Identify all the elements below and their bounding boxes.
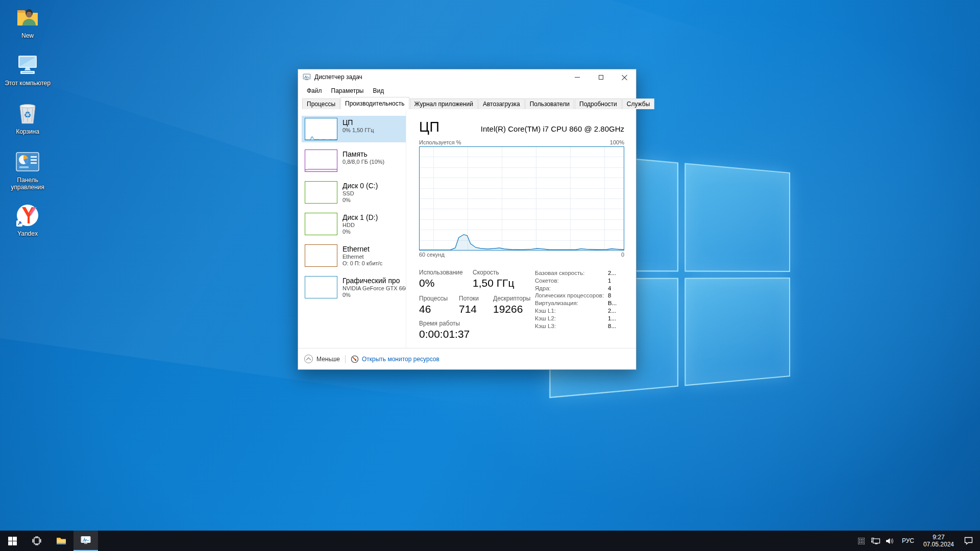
l1-cache-value: 2... <box>608 307 624 315</box>
clock-date: 07.05.2024 <box>923 541 954 548</box>
taskbar-empty-area <box>98 531 854 551</box>
tab-services[interactable]: Службы <box>622 98 654 109</box>
start-button[interactable] <box>0 531 24 551</box>
fewer-details-label: Меньше <box>316 356 340 363</box>
sockets-label: Сокетов: <box>535 277 608 285</box>
tab-details[interactable]: Подробности <box>575 98 622 109</box>
chart-timespan-label: 60 секунд <box>419 252 445 258</box>
desktop-icon-yandex[interactable]: Yandex <box>4 202 51 237</box>
menu-file[interactable]: Файл <box>302 86 327 96</box>
usage-label: Использование <box>419 269 473 277</box>
sidebar-item-ethernet[interactable]: Ethernet Ethernet О: 0 П: 0 кбит/с <box>302 242 406 269</box>
sidebar-item-title: Память <box>342 149 384 159</box>
tab-users[interactable]: Пользователи <box>525 98 574 109</box>
file-explorer-icon <box>56 537 66 545</box>
ethernet-mini-chart <box>305 244 337 267</box>
chart-usage-label: Используется % <box>419 139 461 145</box>
speed-label: Скорость <box>473 269 499 277</box>
base-speed-value: 2... <box>608 269 624 277</box>
window-titlebar[interactable]: Диспетчер задач <box>298 69 636 85</box>
sidebar-item-title: ЦП <box>342 118 374 127</box>
cores-label: Ядра: <box>535 285 608 292</box>
chart-max-label: 100% <box>610 139 624 145</box>
ethernet-network-icon <box>871 537 880 545</box>
desktop-icon-new-folder[interactable]: New <box>4 4 51 39</box>
sidebar-item-title: Диск 0 (C:) <box>342 181 378 190</box>
file-explorer-button[interactable] <box>49 531 74 551</box>
tab-performance[interactable]: Производительность <box>340 97 409 109</box>
language-indicator[interactable]: РУС <box>897 537 919 544</box>
disk0-mini-chart <box>305 181 337 204</box>
minimize-button[interactable] <box>566 69 589 85</box>
task-view-button[interactable] <box>24 531 49 551</box>
tab-processes[interactable]: Процессы <box>302 98 340 109</box>
l2-cache-label: Кэш L2: <box>535 315 608 322</box>
sidebar-item-sub: 0% <box>342 229 378 235</box>
task-manager-taskbar-button[interactable] <box>74 531 98 551</box>
recycle-bin-icon: ♻ <box>14 100 41 127</box>
l2-cache-value: 1... <box>608 315 624 322</box>
resource-monitor-icon <box>351 355 359 363</box>
menu-options[interactable]: Параметры <box>327 86 369 96</box>
task-manager-window: Диспетчер задач Файл Параметры Вид Проце… <box>298 69 636 370</box>
desktop-icons: New Этот компьютер <box>4 4 51 244</box>
processes-label: Процессы <box>419 295 459 303</box>
task-manager-app-icon <box>303 73 311 81</box>
windows-start-icon <box>8 537 17 545</box>
window-footer: Меньше Открыть монитор ресурсов <box>298 348 636 369</box>
sidebar-item-cpu[interactable]: ЦП 0% 1,50 ГГц <box>302 116 406 142</box>
cpu-usage-chart <box>419 146 624 251</box>
tab-app-history[interactable]: Журнал приложений <box>410 98 478 109</box>
sidebar-item-sub: 0% <box>342 292 406 298</box>
menu-bar: Файл Параметры Вид <box>298 85 636 97</box>
tab-strip: Процессы Производительность Журнал прило… <box>298 97 636 109</box>
cpu-stats-left: Использование Скорость 0% 1,50 ГГц Проце… <box>419 269 535 341</box>
desktop-icon-this-pc[interactable]: Этот компьютер <box>4 52 51 87</box>
close-button[interactable] <box>612 69 636 85</box>
threads-value: 714 <box>459 303 493 316</box>
action-center-button[interactable] <box>959 531 978 551</box>
desktop-icon-control-panel[interactable]: Панель управления <box>4 148 51 191</box>
cpu-heading: ЦП <box>419 119 439 135</box>
taskbar-clock[interactable]: 9:27 07.05.2024 <box>919 534 959 548</box>
sidebar-item-memory[interactable]: Память 0,8/8,0 ГБ (10%) <box>302 147 406 174</box>
maximize-button[interactable] <box>589 69 612 85</box>
footer-separator <box>345 355 346 363</box>
virtualization-value: В... <box>608 299 624 307</box>
tray-hidden-icons-button[interactable] <box>854 531 869 551</box>
task-manager-icon <box>81 536 91 545</box>
fewer-details-button[interactable]: Меньше <box>304 355 340 363</box>
uptime-value: 0:00:01:37 <box>419 328 535 341</box>
menu-view[interactable]: Вид <box>368 86 388 96</box>
tray-volume-button[interactable] <box>883 531 897 551</box>
memory-mini-chart <box>305 149 337 172</box>
minimize-icon <box>575 77 580 78</box>
windows-logo-pane <box>684 163 790 271</box>
l3-cache-label: Кэш L3: <box>535 322 608 330</box>
action-center-icon <box>964 537 973 545</box>
base-speed-label: Базовая скорость: <box>535 269 608 277</box>
cpu-model: Intel(R) Core(TM) i7 CPU 860 @ 2.80GHz <box>481 124 624 135</box>
open-resource-monitor[interactable]: Открыть монитор ресурсов <box>351 355 439 363</box>
sidebar-item-gpu[interactable]: Графический про NVIDIA GeForce GTX 660 0… <box>302 274 406 300</box>
sidebar-item-title: Диск 1 (D:) <box>342 213 378 222</box>
resource-monitor-link[interactable]: Открыть монитор ресурсов <box>362 356 439 363</box>
logical-processors-value: 8 <box>608 292 624 299</box>
tray-network-button[interactable] <box>869 531 883 551</box>
sidebar-item-sub: 0% 1,50 ГГц <box>342 127 374 134</box>
chevron-up-circle-icon <box>304 355 313 363</box>
desktop-icon-recycle-bin[interactable]: ♻ Корзина <box>4 100 51 135</box>
speaker-volume-icon <box>886 537 894 545</box>
desktop-icon-label: Панель управления <box>5 177 51 191</box>
cpu-stats-right: Базовая скорость:2... Сокетов:1 Ядра:4 Л… <box>535 269 624 341</box>
sidebar-item-title: Ethernet <box>342 244 382 254</box>
sidebar-item-disk1[interactable]: Диск 1 (D:) HDD 0% <box>302 211 406 237</box>
sidebar-item-disk0[interactable]: Диск 0 (C:) SSD 0% <box>302 179 406 206</box>
sidebar-item-sub: 0% <box>342 197 378 204</box>
clock-time: 9:27 <box>923 534 954 541</box>
sidebar-item-sub: Ethernet <box>342 254 382 260</box>
handles-value: 19266 <box>493 303 523 316</box>
tab-startup[interactable]: Автозагрузка <box>478 98 525 109</box>
sidebar-item-sub: HDD <box>342 222 378 229</box>
grid-icon <box>858 538 865 544</box>
